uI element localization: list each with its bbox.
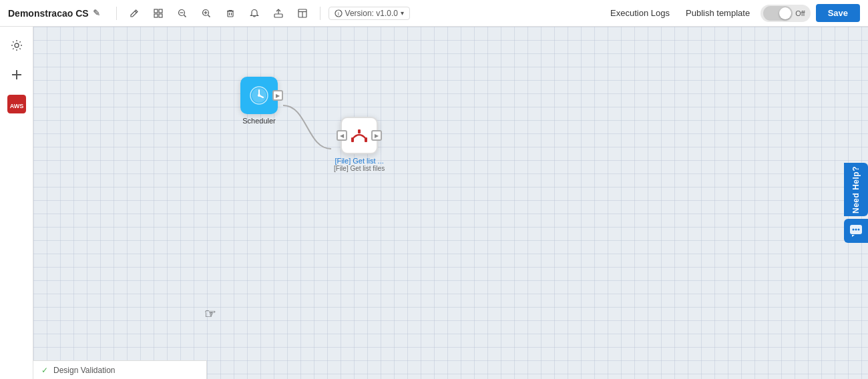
add-node-button[interactable] <box>5 63 29 87</box>
title-text: Demonstracao CS <box>8 8 89 19</box>
need-help-label: Need Help? <box>851 166 861 214</box>
svg-rect-32 <box>351 137 354 142</box>
svg-line-10 <box>208 15 210 17</box>
version-text: Version: v1.0.0 <box>345 9 398 18</box>
aws-node-button[interactable]: AWS <box>5 92 29 116</box>
version-chevron: ▾ <box>401 9 404 17</box>
svg-rect-14 <box>274 14 282 17</box>
workflow-canvas[interactable]: ▶ Scheduler <box>33 27 868 379</box>
info-icon: i <box>335 9 343 17</box>
pencil-icon <box>130 9 139 18</box>
execution-logs-button[interactable]: Execution Logs <box>605 5 675 21</box>
header-divider-1 <box>116 7 117 20</box>
aws-sidebar-icon: AWS <box>7 95 26 113</box>
template-button[interactable] <box>293 4 312 23</box>
svg-point-37 <box>855 229 857 231</box>
save-button[interactable]: Save <box>816 4 860 22</box>
zoom-out-button[interactable] <box>173 4 192 23</box>
chat-icon <box>849 224 863 238</box>
scheduler-node[interactable]: ▶ Scheduler <box>240 77 278 125</box>
clock-icon <box>248 85 270 106</box>
tools-icon <box>11 39 23 51</box>
delete-button[interactable] <box>221 4 240 23</box>
scheduler-output-connector[interactable]: ▶ <box>272 90 283 101</box>
bell-button[interactable] <box>245 4 264 23</box>
delete-icon <box>226 9 235 18</box>
export-button[interactable] <box>269 4 288 23</box>
left-sidebar: AWS <box>0 27 33 379</box>
svg-rect-3 <box>159 14 162 17</box>
edit-title-icon[interactable]: ✎ <box>93 8 100 18</box>
connections-layer <box>33 27 868 379</box>
svg-text:AWS: AWS <box>9 103 23 109</box>
pencil-button[interactable] <box>125 4 144 23</box>
svg-rect-2 <box>154 14 158 17</box>
toggle-wrapper: Off <box>761 5 810 22</box>
svg-line-6 <box>184 15 186 17</box>
template-icon <box>298 9 307 18</box>
bottom-panel: ✓ Design Validation <box>33 360 207 379</box>
svg-rect-11 <box>228 11 233 17</box>
bell-icon <box>250 9 259 18</box>
file-input-connector[interactable]: ◀ <box>337 130 347 141</box>
grid-button[interactable] <box>149 4 168 23</box>
publish-template-button[interactable]: Publish template <box>680 5 755 21</box>
aws-file-icon <box>347 123 372 148</box>
toggle-knob <box>779 7 791 19</box>
validation-check-icon: ✓ <box>41 366 48 375</box>
export-icon <box>274 9 283 18</box>
grid-icon <box>154 9 163 18</box>
file-get-list-node[interactable]: ◀ ▶ [File] Get list ... [File] Get list … <box>334 117 385 172</box>
svg-rect-1 <box>159 9 162 13</box>
header-divider-2 <box>320 7 320 20</box>
right-help-panel: Need Help? <box>844 163 868 243</box>
version-badge[interactable]: i Version: v1.0.0 ▾ <box>329 7 410 20</box>
tools-button[interactable] <box>5 33 29 57</box>
zoom-in-icon <box>202 9 211 18</box>
need-help-button[interactable]: Need Help? <box>844 163 868 216</box>
cursor: ☞ <box>204 306 216 322</box>
file-node-sublabel: [File] Get list files <box>334 165 385 172</box>
add-icon <box>11 69 23 81</box>
svg-point-38 <box>858 229 860 231</box>
scheduler-node-box[interactable]: ▶ <box>240 77 278 114</box>
header: Demonstracao CS ✎ <box>0 0 868 27</box>
svg-point-21 <box>15 43 19 47</box>
svg-rect-0 <box>154 9 158 13</box>
svg-text:i: i <box>338 11 339 17</box>
zoom-out-icon <box>178 9 187 18</box>
toggle-switch[interactable] <box>763 6 793 21</box>
main-content: AWS ▶ Scheduler <box>0 27 868 379</box>
file-output-connector[interactable]: ▶ <box>371 130 382 141</box>
scheduler-label: Scheduler <box>242 117 276 125</box>
toggle-label: Off <box>793 9 807 17</box>
zoom-in-button[interactable] <box>197 4 216 23</box>
svg-point-36 <box>853 229 855 231</box>
chat-button[interactable] <box>844 219 868 243</box>
svg-point-30 <box>258 94 260 97</box>
page-title: Demonstracao CS ✎ <box>8 8 100 19</box>
file-node-label: [File] Get list ... <box>335 157 383 165</box>
svg-rect-33 <box>365 137 367 142</box>
file-node-box[interactable]: ◀ ▶ <box>341 117 378 154</box>
svg-rect-34 <box>358 129 361 133</box>
bottom-panel-label: Design Validation <box>53 366 116 375</box>
